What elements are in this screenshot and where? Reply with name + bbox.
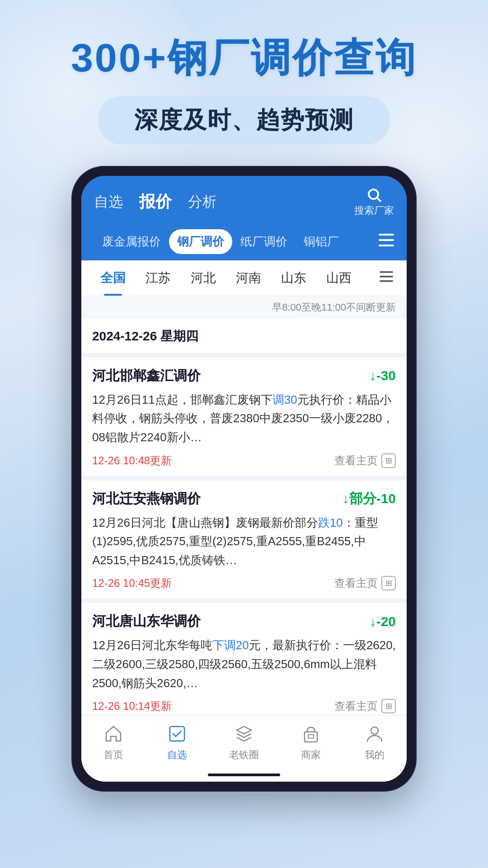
card-1-header: 河北邯郸鑫汇调价 ↓-30 xyxy=(92,367,396,385)
card-3-title: 河北唐山东华调价 xyxy=(92,612,201,631)
card-2-header: 河北迁安燕钢调价 ↓部分-10 xyxy=(92,490,396,508)
svg-rect-6 xyxy=(380,276,393,278)
bottom-nav-profile[interactable]: 我的 xyxy=(363,722,386,762)
svg-rect-4 xyxy=(379,245,394,246)
bottom-nav-shop-label: 商家 xyxy=(301,748,321,762)
nav-item-baojia[interactable]: 报价 xyxy=(139,191,172,213)
card-2-highlight-2: 10 xyxy=(330,516,343,529)
phone-mockup: 自选 报价 分析 搜索厂家 废金属报价 钢厂调价 xyxy=(72,167,416,791)
region-tab-shandong[interactable]: 山东 xyxy=(271,260,316,296)
cat-tab-waste-metal[interactable]: 废金属报价 xyxy=(94,229,169,254)
search-icon xyxy=(366,187,382,203)
region-tab-shanxi[interactable]: 山西 xyxy=(316,260,361,296)
card-3-header: 河北唐山东华调价 ↓-20 xyxy=(92,612,396,631)
card-2-body: 12月26日河北【唐山燕钢】废钢最新价部分跌10：重型(1)2595,优质257… xyxy=(92,514,396,570)
hero-subtitle: 深度及时、趋势预测 xyxy=(134,104,354,136)
search-label: 搜索厂家 xyxy=(354,204,394,217)
update-notice-text: 早8:00至晚11:00不间断更新 xyxy=(272,302,396,313)
region-tab-henan[interactable]: 河南 xyxy=(226,260,271,296)
top-nav-row: 自选 报价 分析 搜索厂家 xyxy=(94,187,394,225)
star-check-icon xyxy=(165,722,189,745)
svg-rect-5 xyxy=(380,271,393,273)
card-1-link[interactable]: 查看主页 ⊞ xyxy=(334,453,396,468)
card-3-time: 12-26 10:14更新 xyxy=(92,699,172,713)
card-2-highlight-1: 跌 xyxy=(318,516,330,529)
card-2-link-text: 查看主页 xyxy=(334,576,378,590)
bottom-nav-home-label: 首页 xyxy=(103,748,123,762)
svg-point-0 xyxy=(369,189,378,199)
region-tab-hebei[interactable]: 河北 xyxy=(181,260,226,296)
bottom-nav-home[interactable]: 首页 xyxy=(102,722,125,762)
bottom-nav-zixuan-label: 自选 xyxy=(167,748,187,762)
svg-rect-3 xyxy=(379,239,394,241)
card-3-highlight-2: 20 xyxy=(236,638,249,652)
card-1-highlight-1: 调 xyxy=(272,393,284,406)
card-2-footer: 12-26 10:45更新 查看主页 ⊞ xyxy=(92,576,396,590)
date-text: 2024-12-26 星期四 xyxy=(92,329,198,343)
card-3-body: 12月26日河北东华每吨下调20元，最新执行价：一级2620,二级2600,三级… xyxy=(92,636,396,693)
bottom-nav-profile-label: 我的 xyxy=(365,748,385,762)
layers-icon xyxy=(232,722,256,745)
card-1-badge-text: ↓-30 xyxy=(370,368,396,383)
card-1-footer: 12-26 10:48更新 查看主页 ⊞ xyxy=(92,453,396,468)
category-tabs: 废金属报价 钢厂调价 纸厂调价 铜铝厂 xyxy=(94,225,394,260)
person-icon xyxy=(363,722,386,745)
content-list: 2024-12-26 星期四 河北邯郸鑫汇调价 ↓-30 12月26日11点起，… xyxy=(81,319,407,715)
svg-rect-10 xyxy=(308,735,314,738)
card-3-link-icon: ⊞ xyxy=(381,699,396,713)
card-3-footer: 12-26 10:14更新 查看主页 ⊞ xyxy=(92,699,396,713)
svg-rect-8 xyxy=(170,726,184,741)
cat-tab-steel-price[interactable]: 钢厂调价 xyxy=(169,229,232,254)
price-card-2[interactable]: 河北迁安燕钢调价 ↓部分-10 12月26日河北【唐山燕钢】废钢最新价部分跌10… xyxy=(81,481,407,599)
hero-title: 300+钢厂调价查询 xyxy=(0,36,488,80)
bottom-nav-zixuan[interactable]: 自选 xyxy=(165,722,189,762)
svg-rect-7 xyxy=(380,280,393,282)
region-tabs-wrap: 全国 江苏 河北 河南 山东 山西 xyxy=(81,260,407,296)
bottom-nav-shop[interactable]: 商家 xyxy=(299,722,323,762)
card-3-badge-text: ↓-20 xyxy=(370,614,396,629)
region-menu-icon[interactable] xyxy=(375,262,398,294)
card-2-title: 河北迁安燕钢调价 xyxy=(92,490,201,508)
bottom-nav-laotie-label: 老铁圈 xyxy=(229,748,259,762)
card-2-link[interactable]: 查看主页 ⊞ xyxy=(334,576,396,590)
card-1-link-icon: ⊞ xyxy=(381,453,396,468)
card-2-badge-text: ↓部分-10 xyxy=(343,490,396,508)
update-notice: 早8:00至晚11:00不间断更新 xyxy=(81,296,407,319)
region-tab-all[interactable]: 全国 xyxy=(90,260,136,296)
card-3-highlight-1: 下调 xyxy=(212,638,236,652)
svg-line-1 xyxy=(377,198,381,202)
search-button[interactable]: 搜索厂家 xyxy=(354,187,394,217)
phone-shell: 自选 报价 分析 搜索厂家 废金属报价 钢厂调价 xyxy=(72,167,416,791)
card-1-title: 河北邯郸鑫汇调价 xyxy=(92,367,201,385)
hero-subtitle-wrap: 深度及时、趋势预测 xyxy=(98,96,390,144)
nav-item-fenxi[interactable]: 分析 xyxy=(188,192,217,212)
nav-items: 自选 报价 分析 xyxy=(94,191,217,213)
cat-tab-copper[interactable]: 铜铝厂 xyxy=(296,229,347,254)
card-1-body: 12月26日11点起，邯郸鑫汇废钢下调30元执行价：精品小料停收，钢筋头停收，普… xyxy=(92,391,396,447)
svg-rect-2 xyxy=(379,234,394,236)
home-bar-line xyxy=(208,774,280,776)
cat-tab-paper[interactable]: 纸厂调价 xyxy=(232,229,296,254)
nav-item-zixuan[interactable]: 自选 xyxy=(94,192,123,212)
card-3-link-text: 查看主页 xyxy=(334,699,378,713)
price-card-3[interactable]: 河北唐山东华调价 ↓-20 12月26日河北东华每吨下调20元，最新执行价：一级… xyxy=(81,603,407,715)
region-tab-jiangsu[interactable]: 江苏 xyxy=(136,260,181,296)
price-card-1[interactable]: 河北邯郸鑫汇调价 ↓-30 12月26日11点起，邯郸鑫汇废钢下调30元执行价：… xyxy=(81,358,407,476)
card-2-link-icon: ⊞ xyxy=(381,576,396,590)
top-nav: 自选 报价 分析 搜索厂家 废金属报价 钢厂调价 xyxy=(81,176,407,260)
bottom-nav-laotie[interactable]: 老铁圈 xyxy=(229,722,259,762)
home-icon xyxy=(102,722,125,745)
svg-rect-9 xyxy=(305,732,317,742)
card-1-time: 12-26 10:48更新 xyxy=(92,453,172,468)
card-1-link-text: 查看主页 xyxy=(334,453,378,468)
card-1-highlight-2: 30 xyxy=(284,393,297,406)
svg-point-11 xyxy=(371,727,378,734)
shop-icon xyxy=(299,722,323,745)
phone-screen: 自选 报价 分析 搜索厂家 废金属报价 钢厂调价 xyxy=(81,176,407,782)
home-bar xyxy=(81,770,407,782)
date-header: 2024-12-26 星期四 xyxy=(81,319,407,353)
category-menu-icon[interactable] xyxy=(379,234,394,250)
card-2-badge: ↓部分-10 xyxy=(343,490,396,508)
card-3-link[interactable]: 查看主页 ⊞ xyxy=(334,699,396,713)
card-3-badge: ↓-20 xyxy=(370,614,396,629)
